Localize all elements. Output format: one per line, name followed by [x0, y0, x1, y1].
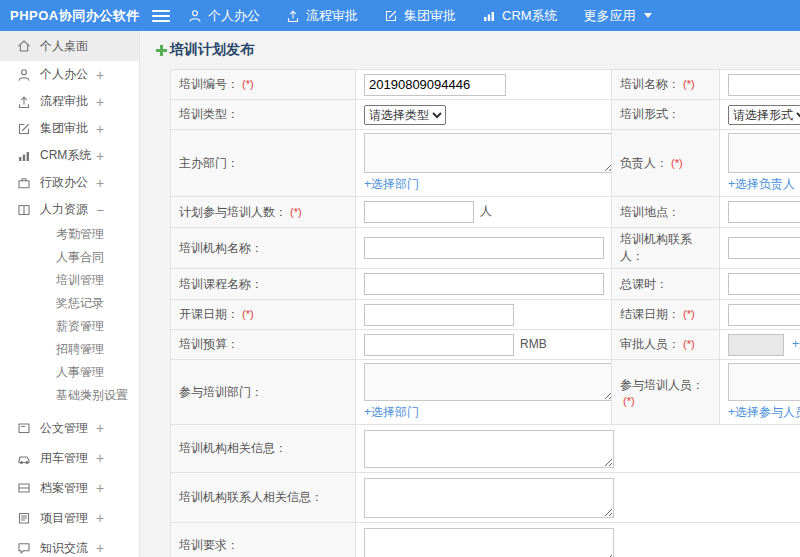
- bar-chart-icon: [17, 149, 31, 163]
- count-unit: 人: [480, 204, 492, 218]
- training-no-input[interactable]: [364, 74, 506, 96]
- training-mode-select[interactable]: 请选择形式: [728, 105, 800, 125]
- approver-label: 审批人员：: [620, 337, 680, 351]
- add-icon: [156, 45, 167, 56]
- document-icon: [17, 421, 31, 435]
- select-join-people-link[interactable]: +选择参与人员: [728, 404, 800, 421]
- sidebar-subitem-recruit[interactable]: 招聘管理 +: [0, 338, 139, 361]
- leader-label: 负责人：: [620, 156, 668, 170]
- table-row: 培训预算： RMB 审批人员：(*) +选择审批人员: [171, 330, 800, 360]
- start-date-label: 开课日期：: [179, 307, 239, 321]
- sidebar-item-personal-office[interactable]: 个人办公 +: [0, 61, 139, 88]
- sidebar: 个人桌面 个人办公 + 流程审批 + 集团审批 + CRM系统 + 行政办公 +…: [0, 31, 140, 557]
- table-row: 参与培训部门： +选择部门 参与培训人员：(*) +选择参与人员: [171, 360, 800, 425]
- place-input[interactable]: [728, 201, 800, 223]
- sidebar-item-group-approval[interactable]: 集团审批 +: [0, 115, 139, 142]
- nav-more-apps[interactable]: 更多应用: [584, 7, 652, 25]
- table-row: 计划参与培训人数：(*) 人 培训地点：: [171, 197, 800, 228]
- clipboard-icon: [17, 511, 31, 525]
- sidebar-item-personal-desktop[interactable]: 个人桌面: [0, 31, 139, 61]
- bar-chart-icon: [482, 9, 496, 23]
- join-people-label: 参与培训人员：: [620, 378, 704, 392]
- sidebar-item-document-mgmt[interactable]: 公文管理 +: [0, 413, 139, 443]
- planned-count-input[interactable]: [364, 201, 474, 223]
- training-plan-form: 培训编号：(*) 培训名称：(*) 培训类型： 请选择类型 培训形式： 请选择形…: [170, 69, 800, 557]
- page-title: 培训计划发布: [156, 41, 800, 59]
- select-leader-link[interactable]: +选择负责人: [728, 176, 795, 193]
- user-icon: [188, 9, 202, 23]
- budget-unit: RMB: [520, 337, 547, 351]
- app-logo: PHPOA协同办公软件: [0, 7, 140, 25]
- table-row: 培训机构联系人相关信息：: [171, 473, 800, 523]
- host-dept-label: 主办部门：: [179, 156, 239, 170]
- sidebar-item-knowledge-exchange[interactable]: 知识交流 +: [0, 533, 139, 557]
- org-info-label: 培训机构相关信息：: [179, 441, 287, 455]
- car-icon: [17, 451, 31, 465]
- org-contact-input[interactable]: [728, 237, 800, 259]
- sidebar-item-human-resources[interactable]: 人力资源 −: [0, 196, 139, 223]
- user-icon: [17, 68, 31, 82]
- upload-icon: [17, 95, 31, 109]
- training-type-select[interactable]: 请选择类型: [364, 105, 446, 125]
- course-name-input[interactable]: [364, 273, 604, 295]
- join-dept-textarea[interactable]: [364, 363, 612, 401]
- sidebar-item-project-mgmt[interactable]: 项目管理 +: [0, 503, 139, 533]
- table-row: 培训课程名称： 总课时：: [171, 269, 800, 300]
- place-label: 培训地点：: [620, 205, 680, 219]
- table-row: 培训机构相关信息：: [171, 425, 800, 473]
- training-name-input[interactable]: [728, 74, 800, 96]
- nav-personal-office[interactable]: 个人办公: [188, 7, 260, 25]
- nav-crm-system[interactable]: CRM系统: [482, 7, 558, 25]
- end-date-input[interactable]: [728, 304, 800, 326]
- table-row: 培训编号：(*) 培训名称：(*): [171, 70, 800, 100]
- sidebar-subitem-personnel[interactable]: 人事管理 +: [0, 361, 139, 384]
- sidebar-item-crm-system[interactable]: CRM系统 +: [0, 142, 139, 169]
- org-name-label: 培训机构名称：: [179, 241, 263, 255]
- org-info-textarea[interactable]: [364, 430, 614, 468]
- nav-workflow-approval[interactable]: 流程审批: [286, 7, 358, 25]
- table-row: 开课日期：(*) 结课日期：(*): [171, 300, 800, 330]
- sidebar-subitem-salary[interactable]: 薪资管理 +: [0, 315, 139, 338]
- planned-count-label: 计划参与培训人数：: [179, 205, 287, 219]
- training-no-label: 培训编号：: [179, 77, 239, 91]
- sidebar-subitem-attendance[interactable]: 考勤管理: [0, 223, 139, 246]
- course-name-label: 培训课程名称：: [179, 277, 263, 291]
- end-date-label: 结课日期：: [620, 307, 680, 321]
- org-contact-info-label: 培训机构联系人相关信息：: [179, 490, 323, 504]
- sidebar-subitem-hr-contract[interactable]: 人事合同: [0, 246, 139, 269]
- sidebar-item-vehicle-mgmt[interactable]: 用车管理 +: [0, 443, 139, 473]
- join-people-textarea[interactable]: [728, 363, 800, 401]
- approver-input[interactable]: [728, 334, 784, 356]
- select-join-dept-link[interactable]: +选择部门: [364, 404, 419, 421]
- briefcase-icon: [17, 176, 31, 190]
- requirements-textarea[interactable]: [364, 528, 614, 557]
- budget-input[interactable]: [364, 334, 514, 356]
- chevron-down-icon: [644, 13, 652, 18]
- book-icon: [17, 203, 31, 217]
- org-name-input[interactable]: [364, 237, 604, 259]
- leader-textarea[interactable]: [728, 133, 800, 173]
- org-contact-info-textarea[interactable]: [364, 478, 614, 518]
- upload-icon: [286, 9, 300, 23]
- total-hours-input[interactable]: [728, 273, 800, 295]
- sidebar-item-admin-office[interactable]: 行政办公 +: [0, 169, 139, 196]
- sidebar-item-workflow-approval[interactable]: 流程审批 +: [0, 88, 139, 115]
- main-content: 培训计划发布 培训编号：(*) 培训名称：(*) 培训类型： 请选择类型 培训形…: [141, 31, 800, 557]
- table-row: 培训机构名称： 培训机构联系人：: [171, 228, 800, 269]
- sidebar-subitem-training[interactable]: 培训管理: [0, 269, 139, 292]
- requirements-label: 培训要求：: [179, 538, 239, 552]
- sidebar-item-archive-mgmt[interactable]: 档案管理 +: [0, 473, 139, 503]
- select-dept-link[interactable]: +选择部门: [364, 176, 419, 193]
- host-dept-textarea[interactable]: [364, 133, 612, 173]
- nav-group-approval[interactable]: 集团审批: [384, 7, 456, 25]
- menu-toggle-icon[interactable]: [152, 10, 170, 22]
- training-mode-label: 培训形式：: [620, 107, 680, 121]
- start-date-input[interactable]: [364, 304, 514, 326]
- join-dept-label: 参与培训部门：: [179, 385, 263, 399]
- select-approver-link[interactable]: +选择审批人员: [792, 336, 800, 353]
- home-icon: [17, 39, 31, 53]
- edit-icon: [17, 122, 31, 136]
- sidebar-subitem-base-category[interactable]: 基础类别设置 +: [0, 384, 139, 407]
- sidebar-subitem-rewards[interactable]: 奖惩记录: [0, 292, 139, 315]
- topbar: PHPOA协同办公软件 个人办公 流程审批 集团审批 CRM系统 更多应用: [0, 0, 800, 31]
